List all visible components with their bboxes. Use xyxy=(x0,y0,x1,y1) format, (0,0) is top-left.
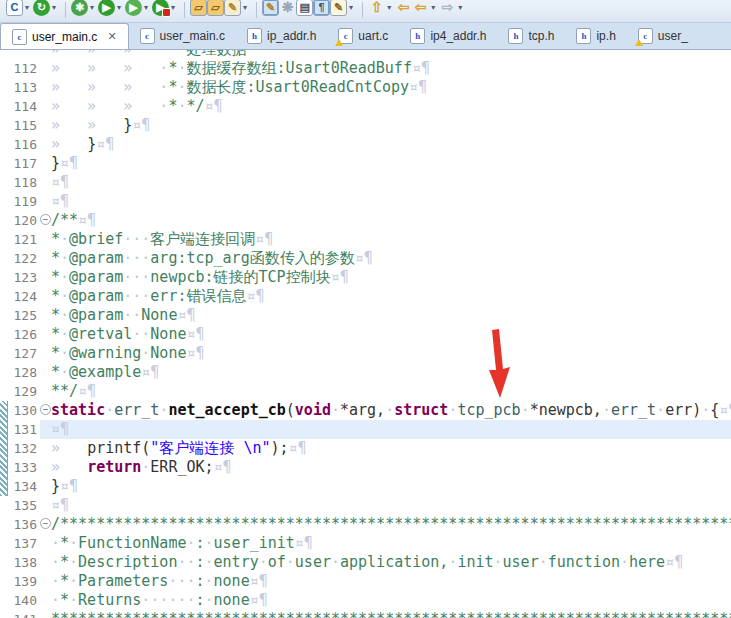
previous-annotation-icon-dropdown[interactable]: ▾ xyxy=(387,3,391,12)
show-whitespace-icon[interactable]: ¶ xyxy=(313,0,330,16)
code-line-120[interactable]: 120−/**¤¶ xyxy=(0,211,731,230)
code-line-126[interactable]: 126*·@retval··None¤¶ xyxy=(0,325,731,344)
code-line-114[interactable]: 114» » » ·*·*/¤¶ xyxy=(0,97,731,116)
code-line-131[interactable]: 131¤¶ xyxy=(0,420,731,439)
code-token: * xyxy=(60,591,69,609)
back-history-icon-dropdown[interactable]: ▾ xyxy=(431,3,435,12)
code-token: @param xyxy=(69,287,123,305)
back-icon[interactable]: ⇦ xyxy=(395,0,412,16)
code-editor[interactable]: » » » ·* 处理数据112» » » ·*·数据缓存数组:Usart0Re… xyxy=(0,50,731,618)
previous-annotation-icon[interactable]: ⇧ xyxy=(368,0,385,16)
whitespace-marker: · xyxy=(69,553,78,571)
whitespace-marker: ··· xyxy=(168,572,195,590)
external-tools-icon-dropdown[interactable]: ▾ xyxy=(171,3,175,12)
code-line-112[interactable]: 112» » » ·*·数据缓存数组:Usart0ReadBuff¤¶ xyxy=(0,59,731,78)
code-token: */ xyxy=(186,97,204,115)
import-folder-icon[interactable]: ▱ xyxy=(207,0,224,16)
code-token: Parameters xyxy=(78,572,168,590)
build-icon-dropdown[interactable]: ▾ xyxy=(52,3,56,12)
line-number: 119 xyxy=(0,192,40,211)
annotate-brush-icon-dropdown[interactable]: ▾ xyxy=(243,3,247,12)
code-text: static·err_t·net_accept_cb(void·*arg,·st… xyxy=(51,401,731,420)
code-line-141[interactable]: 141*************************************… xyxy=(0,610,731,618)
code-text: ·*·Returns······:·none¤¶ xyxy=(51,591,731,610)
code-line-132[interactable]: 132» printf("客户端连接 \n");¤¶ xyxy=(0,439,731,458)
code-line-133[interactable]: 133» return·ERR_OK;¤¶ xyxy=(0,458,731,477)
open-folder-icon[interactable]: ▱ xyxy=(190,0,207,16)
code-line-138[interactable]: 138·*·Description··:·entry·of·user·appli… xyxy=(0,553,731,572)
code-token: * xyxy=(51,344,60,362)
code-line-136[interactable]: 136−/***********************************… xyxy=(0,515,731,534)
new-c-file-icon-dropdown[interactable]: ▾ xyxy=(25,3,29,12)
filter-icon[interactable]: ❋ xyxy=(279,0,296,16)
tab-user_main-c[interactable]: cuser_main.c✕ xyxy=(0,23,129,50)
tab-label: user_main.c xyxy=(32,30,97,44)
code-line-partial[interactable]: » » » ·* 处理数据 xyxy=(0,50,731,59)
code-line-130[interactable]: 130−static·err_t·net_accept_cb(void·*arg… xyxy=(0,401,731,420)
code-line-118[interactable]: 118¤¶ xyxy=(0,173,731,192)
new-c-file-icon[interactable]: C xyxy=(6,0,23,16)
editor-tabbar: cuser_main.c✕cuser_main.chip_addr.hcuart… xyxy=(0,23,731,50)
code-line-115[interactable]: 115» » }¤¶ xyxy=(0,116,731,135)
code-token: arg:tcp_arg函数传入的参数 xyxy=(150,249,354,267)
debug-icon-dropdown[interactable]: ▾ xyxy=(90,3,94,12)
code-line-137[interactable]: 137·*·FunctionName·:·user_init¤¶ xyxy=(0,534,731,553)
tab-uart-c[interactable]: cuart.c xyxy=(327,23,399,49)
last-edit-location-icon-group: ✎▾ xyxy=(330,0,357,20)
code-line-139[interactable]: 139·*·Parameters···:·none¤¶ xyxy=(0,572,731,591)
close-icon[interactable]: ✕ xyxy=(107,31,116,42)
toolbar-separator xyxy=(65,2,66,18)
annotate-brush-icon[interactable]: ✎ xyxy=(224,0,241,16)
code-line-124[interactable]: 124*·@param···err:错误信息¤¶ xyxy=(0,287,731,306)
forward-icon[interactable]: ⇨ xyxy=(439,0,456,16)
code-line-113[interactable]: 113» » » ·*·数据长度:Usart0ReadCntCopy¤¶ xyxy=(0,78,731,97)
code-line-135[interactable]: 135¤¶ xyxy=(0,496,731,515)
coverage-icon-dropdown[interactable]: ▾ xyxy=(144,3,148,12)
code-line-140[interactable]: 140·*·Returns······:·none¤¶ xyxy=(0,591,731,610)
h-file-icon: h xyxy=(247,28,262,44)
code-line-119[interactable]: 119¤¶ xyxy=(0,192,731,211)
code-line-128[interactable]: 128*·@example¤¶ xyxy=(0,363,731,382)
tab-user_[interactable]: cuser_ xyxy=(627,23,699,49)
last-edit-location-icon-dropdown[interactable]: ▾ xyxy=(349,3,353,12)
block-selection-icon[interactable]: ▤ xyxy=(296,0,313,16)
tab-tcp-h[interactable]: htcp.h xyxy=(497,23,565,49)
whitespace-marker: · xyxy=(602,401,611,419)
code-line-121[interactable]: 121*·@brief···客户端连接回调¤¶ xyxy=(0,230,731,249)
mark-occurrences-icon[interactable]: ✎ xyxy=(262,0,279,16)
code-line-123[interactable]: 123*·@param···newpcb:链接的TCP控制块¤¶ xyxy=(0,268,731,287)
collapse-icon[interactable]: − xyxy=(40,214,51,225)
code-token: **/ xyxy=(51,382,78,400)
debug-icon[interactable]: ✱ xyxy=(71,0,88,16)
whitespace-marker: · xyxy=(60,230,69,248)
code-text: *·@warning·None¤¶ xyxy=(51,344,731,363)
tab-ip4_addr-h[interactable]: hip4_addr.h xyxy=(399,23,497,49)
collapse-icon[interactable]: − xyxy=(40,518,51,529)
tab-ip_addr-h[interactable]: hip_addr.h xyxy=(236,23,327,49)
eol-marker: ¤¶ xyxy=(205,97,223,115)
forward-icon-dropdown[interactable]: ▾ xyxy=(458,3,462,12)
code-token: net_accept_cb xyxy=(168,401,285,419)
collapse-icon[interactable]: − xyxy=(40,404,51,415)
external-tools-icon[interactable]: ▶ xyxy=(152,0,169,16)
code-line-134[interactable]: 134}¤¶ xyxy=(0,477,731,496)
code-line-117[interactable]: 117}¤¶ xyxy=(0,154,731,173)
last-edit-location-icon[interactable]: ✎ xyxy=(330,0,347,16)
code-token: : xyxy=(196,553,205,571)
code-line-127[interactable]: 127*·@warning·None¤¶ xyxy=(0,344,731,363)
coverage-icon[interactable]: ▶ xyxy=(125,0,142,16)
whitespace-marker: » » » · xyxy=(51,97,168,115)
build-icon[interactable]: ↻ xyxy=(33,0,50,16)
tab-user_main-c[interactable]: cuser_main.c xyxy=(129,23,236,49)
code-line-116[interactable]: 116» }¤¶ xyxy=(0,135,731,154)
run-icon[interactable]: ▶ xyxy=(98,0,115,16)
eol-marker: ¤¶ xyxy=(51,420,69,438)
code-line-122[interactable]: 122*·@param···arg:tcp_arg函数传入的参数¤¶ xyxy=(0,249,731,268)
code-line-125[interactable]: 125*·@param··None¤¶ xyxy=(0,306,731,325)
code-token: of xyxy=(268,553,286,571)
back-history-icon[interactable]: ⇦ xyxy=(412,0,429,16)
code-line-129[interactable]: 129**/¤¶ xyxy=(0,382,731,401)
code-token: err) xyxy=(665,401,701,419)
tab-ip-h[interactable]: hip.h xyxy=(565,23,626,49)
run-icon-dropdown[interactable]: ▾ xyxy=(117,3,121,12)
